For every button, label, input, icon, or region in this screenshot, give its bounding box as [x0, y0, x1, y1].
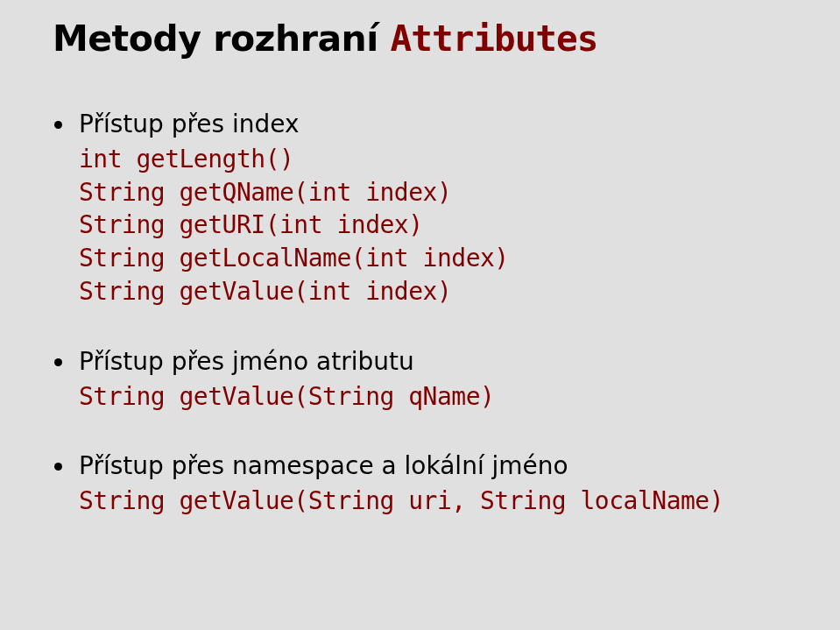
bullet-text: Přístup přes jméno atributu	[79, 345, 794, 379]
code-block: int getLength() String getQName(int inde…	[79, 143, 794, 308]
code-block: String getValue(String uri, String local…	[79, 485, 794, 518]
title-text: Metody rozhraní	[53, 18, 391, 60]
bullet-text: Přístup přes namespace a lokální jméno	[79, 449, 794, 483]
bullet-block: Přístup přes index int getLength() Strin…	[79, 108, 794, 308]
bullet-block: Přístup přes jméno atributu String getVa…	[79, 345, 794, 414]
slide-content: Přístup přes index int getLength() Strin…	[79, 108, 794, 518]
title-mono: Attributes	[391, 18, 598, 60]
bullet-text: Přístup přes index	[79, 108, 794, 141]
slide-title: Metody rozhraní Attributes	[53, 18, 794, 60]
code-block: String getValue(String qName)	[79, 380, 794, 414]
slide: Metody rozhraní Attributes Přístup přes …	[0, 0, 840, 630]
bullet-block: Přístup přes namespace a lokální jméno S…	[79, 449, 794, 518]
